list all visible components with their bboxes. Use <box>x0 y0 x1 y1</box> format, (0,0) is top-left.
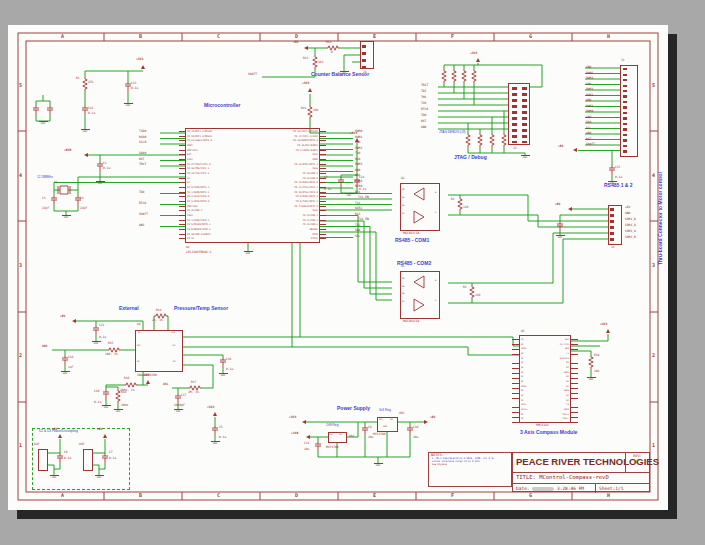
schematic-label: LPC2103FBD48-S <box>186 251 211 254</box>
schematic-label: MAX481CSA <box>403 232 419 235</box>
date-cell: Date: 3:28:46 PM <box>513 483 595 493</box>
schematic-label: RE <box>402 197 405 199</box>
schematic-label: MCP1700 <box>326 446 339 449</box>
schematic-label: +3V3 <box>142 374 149 377</box>
gnd-symbol: GND <box>81 129 90 133</box>
schematic-label: PWM1 <box>586 105 593 108</box>
schematic-label: 4 <box>652 173 655 178</box>
schematic-label: J4 <box>363 71 367 74</box>
schematic-label: R18 <box>121 391 126 394</box>
schematic-label: 120 <box>463 206 468 209</box>
gnd-symbol: GND <box>587 377 596 381</box>
schematic-label: C16 <box>226 358 231 361</box>
schematic-label: +6VB <box>64 149 71 152</box>
gnd-symbol: GND <box>174 409 183 413</box>
schematic-label: F <box>451 34 454 39</box>
schematic-label: C13 <box>131 82 136 85</box>
schematic-label: 120 <box>475 294 480 297</box>
schematic-label: 1 <box>652 443 655 448</box>
schematic-label: TCK <box>421 102 426 105</box>
application-window: P0.19/MAT1.2/MISO1P0.20/MAT1.3/MOSI1P0.2… <box>0 0 705 545</box>
gnd-symbol: GND <box>374 463 383 467</box>
schematic-label: 0.1u <box>94 401 101 404</box>
schematic-label: RO <box>402 189 405 191</box>
schematic-label: COM1_A <box>625 224 636 227</box>
schematic-label: B <box>139 493 142 498</box>
schematic-label: TDO <box>139 191 144 194</box>
schematic-label: HMC6343 <box>536 424 549 427</box>
schematic-label: DE <box>402 293 405 295</box>
notes-line: See Digikey <box>432 464 511 467</box>
schematic-label: GND <box>586 116 591 119</box>
schematic-label: 1 <box>19 443 22 448</box>
schematic-label: RS485 - COM1 <box>395 238 429 243</box>
schematic-label: GND <box>383 426 387 428</box>
sheet-label: Sheet: <box>599 486 615 491</box>
schematic-label: TX0 <box>355 152 360 155</box>
schematic-label: IN <box>390 419 393 421</box>
schematic-label: AN0 <box>355 169 360 172</box>
schematic-label: B <box>435 280 436 282</box>
schematic-label: C7 <box>109 451 113 454</box>
company-name: PEACE RIVER TECHNOLOGIES <box>516 457 622 467</box>
schematic-label: A <box>435 300 436 302</box>
schematic-label: GND <box>625 212 630 215</box>
schematic-label: COM1_B <box>625 218 636 221</box>
schematic-label: JTAG / Debug <box>454 155 487 160</box>
schematic-label: RTCK <box>421 108 428 111</box>
schematic-label: H <box>607 34 610 39</box>
schematic-label: 10k <box>313 109 318 112</box>
schematic-label: TX1 <box>355 202 360 205</box>
schematic-label: C20 <box>94 390 99 393</box>
gnd-symbol: GND <box>345 193 354 197</box>
supply-arrow-icon <box>306 435 310 439</box>
supply-arrow-icon <box>302 420 306 424</box>
supply-arrow-icon <box>476 58 480 62</box>
schematic-label: +IN <box>171 332 175 334</box>
schematic-label: PWM4 <box>355 180 362 183</box>
rev-value: C <box>626 459 649 465</box>
schematic-label: RXD0 <box>139 136 146 139</box>
schematic-label: +1V8 <box>291 432 298 435</box>
schematic-label: RTCK <box>139 202 146 205</box>
schematic-label: Pressure/Temp Sensor <box>174 306 228 311</box>
supply-arrow-icon <box>146 380 150 384</box>
sheet-cell: Sheet:1/1 <box>595 483 649 493</box>
sheet-title: TITLE: MControl-Compass-revD <box>513 472 649 483</box>
schematic-label: SHAFT <box>586 143 595 146</box>
gnd-symbol: GND <box>244 251 253 255</box>
schematic-label: G <box>529 34 532 39</box>
schematic-label: C3 <box>42 197 46 200</box>
gnd-symbol: GND <box>340 71 349 75</box>
schematic-label: E <box>373 493 376 498</box>
schematic-label: R1 <box>173 361 176 363</box>
schematic-label: R21 <box>301 107 306 110</box>
schematic-label: RST <box>586 138 591 141</box>
schematic-label: RST <box>421 120 426 123</box>
supply-arrow-icon <box>424 420 428 424</box>
schematic-label: R19 <box>594 354 599 357</box>
schematic-label: 1V8 Reg <box>326 424 338 427</box>
schematic-label: Power Supply <box>337 406 370 411</box>
schematic-label: V+ <box>138 332 141 334</box>
schematic-label: C <box>217 493 220 498</box>
schematic-label: SHAFT <box>139 213 148 216</box>
gnd-symbol: GND <box>608 181 617 185</box>
schematic-label: TDO <box>421 114 426 117</box>
schematic-label: U2P <box>34 443 39 446</box>
schematic-label: 1M, 1% <box>188 391 199 394</box>
schematic-label: C18 <box>68 356 73 359</box>
schematic-label: DI <box>402 301 405 303</box>
schematic-label: U3 <box>401 265 405 268</box>
schematic-label: TRST <box>421 84 428 87</box>
schematic-label: 0.1u <box>615 176 622 179</box>
schematic-label: C10 <box>413 426 418 429</box>
gnd-symbol: GND <box>96 181 105 185</box>
schematic-label: PWM3 <box>586 88 593 91</box>
schematic-label: 2 <box>19 353 22 358</box>
supply-arrow-icon <box>72 319 76 323</box>
gnd-symbol: GND <box>114 409 123 413</box>
schematic-label: R15 <box>108 342 113 345</box>
schematic-label: AN1 <box>163 383 168 386</box>
supply-arrow-icon <box>58 434 62 438</box>
